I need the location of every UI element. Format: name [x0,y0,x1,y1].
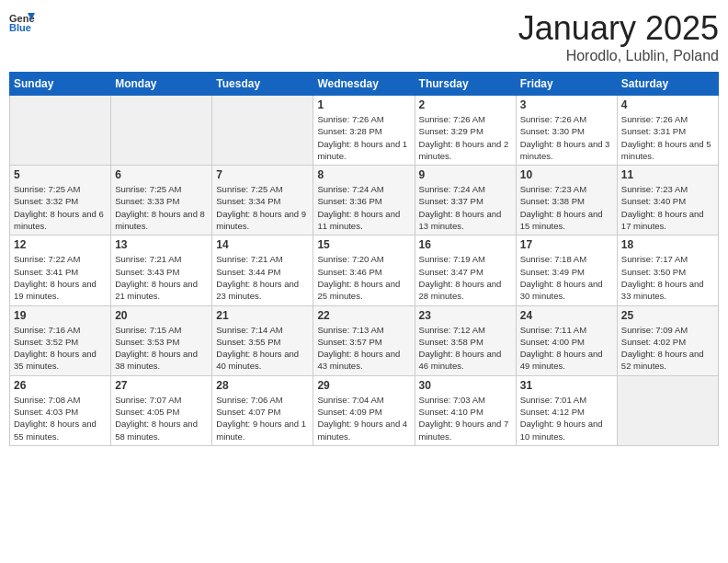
calendar-cell: 28Sunrise: 7:06 AMSunset: 4:07 PMDayligh… [212,375,313,445]
day-info: Sunrise: 7:08 AMSunset: 4:03 PMDaylight:… [14,394,107,442]
calendar-table: SundayMondayTuesdayWednesdayThursdayFrid… [9,72,719,446]
day-number: 10 [520,168,613,181]
location-subtitle: Horodlo, Lublin, Poland [518,48,719,64]
calendar-cell: 15Sunrise: 7:20 AMSunset: 3:46 PMDayligh… [313,236,415,305]
calendar-cell: 3Sunrise: 7:26 AMSunset: 3:30 PMDaylight… [516,96,617,166]
day-info: Sunrise: 7:03 AMSunset: 4:10 PMDaylight:… [419,394,512,442]
calendar-cell: 13Sunrise: 7:21 AMSunset: 3:43 PMDayligh… [111,236,212,305]
logo-icon: General Blue [9,9,35,35]
weekday-header-monday: Monday [111,73,212,96]
calendar-cell: 9Sunrise: 7:24 AMSunset: 3:37 PMDaylight… [415,166,516,236]
day-number: 4 [621,98,714,111]
day-number: 18 [621,238,714,251]
day-info: Sunrise: 7:06 AMSunset: 4:07 PMDaylight:… [216,394,309,442]
day-number: 24 [520,309,613,322]
day-info: Sunrise: 7:17 AMSunset: 3:50 PMDaylight:… [621,253,714,302]
day-number: 31 [520,379,613,392]
calendar-cell [212,96,313,166]
day-number: 13 [115,238,208,251]
day-info: Sunrise: 7:12 AMSunset: 3:58 PMDaylight:… [419,324,512,373]
calendar-cell: 4Sunrise: 7:26 AMSunset: 3:31 PMDaylight… [617,96,718,166]
day-number: 20 [115,309,208,322]
day-info: Sunrise: 7:19 AMSunset: 3:47 PMDaylight:… [419,253,512,302]
calendar-cell: 14Sunrise: 7:21 AMSunset: 3:44 PMDayligh… [212,236,313,305]
day-number: 26 [14,379,107,392]
calendar-cell: 24Sunrise: 7:11 AMSunset: 4:00 PMDayligh… [516,305,617,375]
day-info: Sunrise: 7:22 AMSunset: 3:41 PMDaylight:… [14,253,107,302]
day-number: 11 [621,168,714,181]
day-number: 29 [317,379,410,392]
day-number: 19 [14,309,107,322]
day-info: Sunrise: 7:01 AMSunset: 4:12 PMDaylight:… [520,394,613,442]
day-info: Sunrise: 7:15 AMSunset: 3:53 PMDaylight:… [115,324,208,373]
weekday-header-wednesday: Wednesday [313,73,415,96]
day-number: 27 [115,379,208,392]
calendar-cell: 23Sunrise: 7:12 AMSunset: 3:58 PMDayligh… [415,305,516,375]
day-info: Sunrise: 7:23 AMSunset: 3:38 PMDaylight:… [520,183,613,232]
day-info: Sunrise: 7:04 AMSunset: 4:09 PMDaylight:… [317,394,410,442]
calendar-cell: 29Sunrise: 7:04 AMSunset: 4:09 PMDayligh… [313,375,415,445]
day-info: Sunrise: 7:21 AMSunset: 3:44 PMDaylight:… [216,253,309,302]
day-number: 25 [621,309,714,322]
day-number: 16 [419,238,512,251]
calendar-cell [10,96,111,166]
day-number: 22 [317,309,410,322]
page-header: General Blue January 2025 Horodlo, Lubli… [9,9,719,64]
day-number: 1 [317,98,410,111]
calendar-cell: 17Sunrise: 7:18 AMSunset: 3:49 PMDayligh… [516,236,617,305]
day-number: 14 [216,238,309,251]
day-number: 12 [14,238,107,251]
day-number: 9 [419,168,512,181]
day-info: Sunrise: 7:26 AMSunset: 3:29 PMDaylight:… [419,113,512,162]
weekday-header-friday: Friday [516,73,617,96]
title-block: January 2025 Horodlo, Lublin, Poland [518,9,719,64]
calendar-cell: 31Sunrise: 7:01 AMSunset: 4:12 PMDayligh… [516,375,617,445]
calendar-cell: 25Sunrise: 7:09 AMSunset: 4:02 PMDayligh… [617,305,718,375]
day-info: Sunrise: 7:14 AMSunset: 3:55 PMDaylight:… [216,324,309,373]
day-number: 8 [317,168,410,181]
day-info: Sunrise: 7:18 AMSunset: 3:49 PMDaylight:… [520,253,613,302]
calendar-cell: 21Sunrise: 7:14 AMSunset: 3:55 PMDayligh… [212,305,313,375]
calendar-cell: 6Sunrise: 7:25 AMSunset: 3:33 PMDaylight… [111,166,212,236]
day-number: 21 [216,309,309,322]
day-info: Sunrise: 7:26 AMSunset: 3:31 PMDaylight:… [621,113,714,162]
day-info: Sunrise: 7:09 AMSunset: 4:02 PMDaylight:… [621,324,714,373]
calendar-cell: 5Sunrise: 7:25 AMSunset: 3:32 PMDaylight… [10,166,111,236]
calendar-cell: 8Sunrise: 7:24 AMSunset: 3:36 PMDaylight… [313,166,415,236]
calendar-week-row: 19Sunrise: 7:16 AMSunset: 3:52 PMDayligh… [10,305,719,375]
calendar-week-row: 1Sunrise: 7:26 AMSunset: 3:28 PMDaylight… [10,96,719,166]
weekday-header-saturday: Saturday [617,73,718,96]
calendar-cell: 1Sunrise: 7:26 AMSunset: 3:28 PMDaylight… [313,96,415,166]
day-info: Sunrise: 7:20 AMSunset: 3:46 PMDaylight:… [317,253,410,302]
calendar-cell: 19Sunrise: 7:16 AMSunset: 3:52 PMDayligh… [10,305,111,375]
day-info: Sunrise: 7:21 AMSunset: 3:43 PMDaylight:… [115,253,208,302]
calendar-cell [617,375,718,445]
logo: General Blue [9,9,35,35]
day-number: 15 [317,238,410,251]
calendar-cell: 27Sunrise: 7:07 AMSunset: 4:05 PMDayligh… [111,375,212,445]
calendar-week-row: 12Sunrise: 7:22 AMSunset: 3:41 PMDayligh… [10,236,719,305]
day-number: 3 [520,98,613,111]
day-number: 23 [419,309,512,322]
day-info: Sunrise: 7:26 AMSunset: 3:30 PMDaylight:… [520,113,613,162]
day-number: 2 [419,98,512,111]
calendar-cell: 18Sunrise: 7:17 AMSunset: 3:50 PMDayligh… [617,236,718,305]
day-info: Sunrise: 7:23 AMSunset: 3:40 PMDaylight:… [621,183,714,232]
day-info: Sunrise: 7:07 AMSunset: 4:05 PMDaylight:… [115,394,208,442]
day-number: 28 [216,379,309,392]
svg-text:Blue: Blue [9,22,31,33]
day-info: Sunrise: 7:25 AMSunset: 3:34 PMDaylight:… [216,183,309,232]
calendar-cell: 22Sunrise: 7:13 AMSunset: 3:57 PMDayligh… [313,305,415,375]
calendar-cell: 30Sunrise: 7:03 AMSunset: 4:10 PMDayligh… [415,375,516,445]
day-info: Sunrise: 7:16 AMSunset: 3:52 PMDaylight:… [14,324,107,373]
calendar-week-row: 26Sunrise: 7:08 AMSunset: 4:03 PMDayligh… [10,375,719,445]
weekday-header-thursday: Thursday [415,73,516,96]
day-number: 30 [419,379,512,392]
calendar-cell: 2Sunrise: 7:26 AMSunset: 3:29 PMDaylight… [415,96,516,166]
calendar-cell [111,96,212,166]
day-info: Sunrise: 7:11 AMSunset: 4:00 PMDaylight:… [520,324,613,373]
day-info: Sunrise: 7:24 AMSunset: 3:37 PMDaylight:… [419,183,512,232]
day-info: Sunrise: 7:24 AMSunset: 3:36 PMDaylight:… [317,183,410,232]
calendar-cell: 7Sunrise: 7:25 AMSunset: 3:34 PMDaylight… [212,166,313,236]
day-number: 5 [14,168,107,181]
